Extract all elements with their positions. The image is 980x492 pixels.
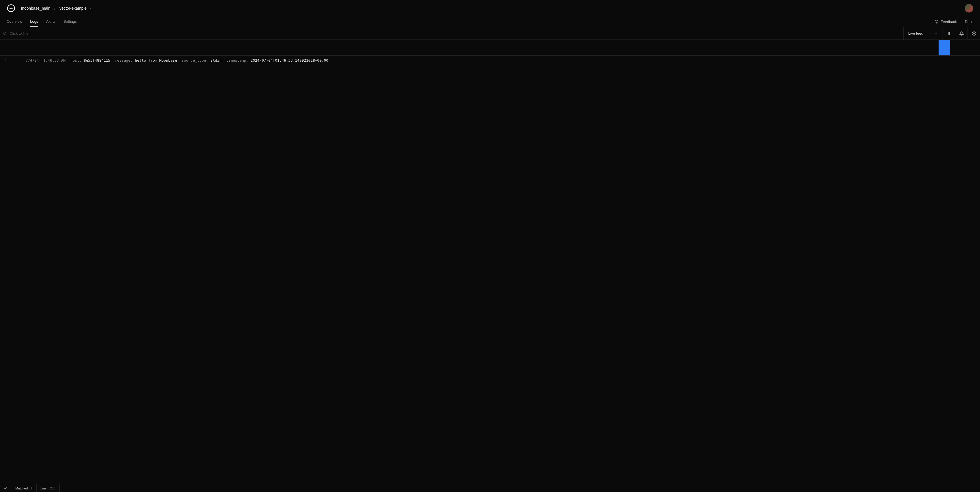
header-left: moonbase_main / vector-example: [7, 4, 92, 13]
footer: Matched: 1 Limit: 250: [0, 484, 980, 492]
tabs-right: Feedback Docs: [935, 19, 973, 24]
svg-point-2: [936, 21, 936, 22]
feedback-link[interactable]: Feedback: [935, 19, 957, 24]
svg-point-9: [5, 58, 6, 59]
feed-dropdown[interactable]: Live feed: [904, 27, 943, 40]
log-row-menu[interactable]: [3, 58, 7, 62]
check-icon: [4, 486, 7, 490]
footer-matched-value: 1: [30, 487, 32, 490]
gear-icon: [972, 31, 976, 36]
header: moonbase_main / vector-example: [0, 0, 980, 16]
tab-overview[interactable]: Overview: [7, 16, 22, 27]
log-field-key: host:: [70, 58, 81, 62]
log-field-message: message: hello from Moonbase: [115, 58, 177, 62]
svg-point-8: [974, 33, 975, 34]
tab-logs[interactable]: Logs: [30, 16, 38, 27]
alerts-button[interactable]: [955, 27, 967, 40]
feedback-icon: [935, 20, 938, 24]
footer-matched-label: Matched:: [15, 487, 29, 490]
log-field-value: stdin: [210, 58, 221, 62]
breadcrumb-separator: /: [54, 6, 56, 11]
svg-point-10: [5, 60, 6, 61]
svg-point-4: [3, 32, 6, 34]
toolbar: Live feed: [0, 27, 980, 40]
log-field-value: 2024-07-04T01:46:33.149921028+00:00: [251, 58, 328, 62]
tabs: Overview Logs Alerts Settings: [7, 16, 77, 27]
breadcrumb-project[interactable]: vector-example: [59, 6, 92, 11]
pause-icon: [947, 31, 951, 36]
chevron-down-icon: [89, 6, 92, 10]
more-vertical-icon: [5, 58, 6, 62]
footer-status[interactable]: [0, 484, 11, 492]
logo-icon: [7, 4, 15, 13]
search-input[interactable]: [10, 31, 900, 35]
footer-limit-value: 250: [50, 487, 55, 490]
tab-alerts[interactable]: Alerts: [46, 16, 55, 27]
breadcrumb-project-label: vector-example: [59, 6, 86, 11]
chevron-down-icon: [935, 32, 938, 35]
log-field-host: host: 8e53f4884115: [70, 58, 110, 62]
log-field-key: timestamp:: [226, 58, 248, 62]
docs-link[interactable]: Docs: [965, 19, 973, 24]
breadcrumb-workspace[interactable]: moonbase_main: [21, 6, 51, 11]
log-field-value: 8e53f4884115: [84, 58, 110, 62]
feed-dropdown-label: Live feed: [908, 31, 923, 35]
log-row[interactable]: 7/4/24, 1:46:33 AM host: 8e53f4884115 me…: [0, 56, 980, 65]
log-field-key: source_type:: [181, 58, 208, 62]
svg-line-5: [6, 34, 6, 35]
svg-rect-6: [948, 32, 948, 35]
app-logo[interactable]: [7, 4, 15, 13]
histogram[interactable]: [0, 40, 980, 56]
avatar[interactable]: [965, 4, 973, 13]
svg-rect-7: [949, 32, 950, 35]
bell-icon: [959, 31, 964, 36]
feedback-label: Feedback: [940, 19, 957, 24]
footer-limit-label: Limit:: [41, 487, 48, 490]
tab-settings[interactable]: Settings: [64, 16, 77, 27]
footer-matched[interactable]: Matched: 1: [11, 484, 37, 492]
tabs-row: Overview Logs Alerts Settings Feedback D…: [0, 16, 980, 27]
log-field-source-type: source_type: stdin: [181, 58, 221, 62]
log-field-timestamp: timestamp: 2024-07-04T01:46:33.149921028…: [226, 58, 328, 62]
log-timestamp: 7/4/24, 1:46:33 AM: [12, 58, 66, 62]
log-area: 7/4/24, 1:46:33 AM host: 8e53f4884115 me…: [0, 56, 980, 484]
pause-button[interactable]: [943, 27, 955, 40]
svg-point-1: [935, 20, 938, 23]
settings-button[interactable]: [967, 27, 980, 40]
histogram-bar: [939, 40, 950, 55]
log-fields: host: 8e53f4884115 message: hello from M…: [70, 58, 328, 62]
search-area[interactable]: [0, 27, 904, 40]
log-field-value: hello from Moonbase: [135, 58, 177, 62]
log-field-key: message:: [115, 58, 133, 62]
footer-limit[interactable]: Limit: 250: [37, 484, 60, 492]
breadcrumb: moonbase_main / vector-example: [21, 6, 92, 11]
search-icon: [3, 32, 7, 35]
svg-point-11: [5, 62, 6, 62]
